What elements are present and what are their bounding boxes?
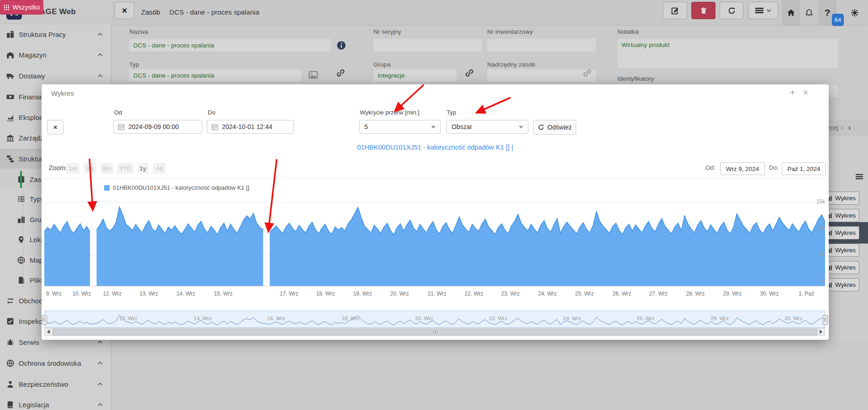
navigator-tick: 30. Wrz (784, 316, 802, 321)
zoom-preset-ytd[interactable]: YTD (117, 163, 133, 174)
modal-close-icon[interactable]: × (803, 88, 808, 97)
x-axis-tick: 1. Paź (799, 291, 814, 297)
navigator-chart[interactable] (44, 311, 825, 328)
wszystko-label: Wszystko (13, 4, 40, 11)
zoom-preset-all[interactable]: All (153, 163, 166, 174)
refresh-icon (538, 124, 544, 130)
x-axis-tick: 13. Wrz (139, 291, 158, 297)
modal-maximize-icon[interactable]: + (790, 88, 795, 97)
zoom-preset-1m[interactable]: 1m (67, 163, 79, 174)
navigator-tick: 20. Wrz (415, 316, 433, 321)
navigator-tick: 22. Wrz (489, 316, 507, 321)
range-od-input[interactable]: Wrz 9, 2024 (720, 162, 765, 175)
x-axis-tick: 12. Wrz (103, 291, 121, 297)
calendar-icon (211, 124, 218, 130)
x-axis-tick: 22. Wrz (464, 291, 483, 297)
typ-select-value: Obszar (452, 123, 472, 130)
scrollbar-thumb[interactable] (53, 329, 817, 336)
navigator-right-handle[interactable] (823, 315, 828, 325)
do-label: Do (208, 109, 216, 116)
scroll-left-button[interactable] (45, 328, 53, 335)
navigator-tick: 28. Wrz (710, 316, 728, 321)
calendar-icon (118, 124, 125, 130)
range-od-label: Od: (705, 164, 715, 171)
od-value: 2024-09-09 00:00 (128, 123, 179, 130)
scroll-right-button[interactable] (816, 328, 825, 335)
close-icon: × (53, 124, 57, 131)
x-axis-tick: 19. Wrz (353, 291, 372, 297)
series-link[interactable]: 01HBK00DU101XJ51 - kaloryczność odpadów … (42, 144, 829, 151)
chart-modal: Wykres + × × Wszystko Od 2024-09-09 00:0… (0, 0, 868, 410)
zoom-presets-label: Zoom: (49, 164, 67, 171)
y-axis-tick: 0 (805, 278, 825, 284)
x-axis-tick: 14. Wrz (176, 291, 195, 297)
range-do-label: Do: (769, 164, 779, 171)
x-axis-tick: 10. Wrz (72, 291, 91, 297)
od-datetime-input[interactable]: 2024-09-09 00:00 (113, 120, 202, 134)
x-axis-tick: 23. Wrz (501, 291, 520, 297)
typ-select-label: Typ (447, 109, 456, 116)
modal-title: Wykres (51, 89, 74, 97)
x-axis-tick: 28. Wrz (686, 291, 705, 297)
odswiez-button[interactable]: Odśwież (533, 120, 576, 135)
do-value: 2024-10-01 12:44 (222, 123, 273, 130)
x-axis-tick: 20. Wrz (390, 291, 409, 297)
navigator-tick: 16. Wrz (267, 316, 285, 321)
od-label: Od (114, 109, 122, 116)
navigator-tick: 14. Wrz (194, 316, 211, 321)
x-axis-tick: 17. Wrz (279, 291, 298, 297)
navigator-tick: 26. Wrz (637, 316, 654, 321)
x-axis-tick: 25. Wrz (575, 291, 594, 297)
chart-scrollbar[interactable] (44, 328, 825, 336)
x-axis-tick: 30. Wrz (760, 291, 779, 297)
x-axis-tick: 9. Wrz (46, 291, 62, 297)
odswiez-label: Odśwież (547, 124, 572, 131)
x-axis-tick: 15. Wrz (214, 291, 232, 297)
do-datetime-input[interactable]: 2024-10-01 12:44 (207, 120, 294, 134)
x-axis-tick: 21. Wrz (427, 291, 446, 297)
chevron-down-icon (519, 126, 523, 129)
navigator-tick: 24. Wrz (563, 316, 581, 321)
przerwy-select[interactable]: 5 (359, 120, 441, 134)
zoom-preset-6m[interactable]: 6m (100, 163, 113, 174)
typ-select[interactable]: Obszar (447, 120, 528, 134)
chevron-down-icon (431, 126, 436, 129)
grid-icon (4, 5, 10, 10)
x-axis-tick: 24. Wrz (538, 291, 557, 297)
y-axis-tick: 10k (805, 225, 825, 231)
zoom-preset-3m[interactable]: 3m (84, 163, 96, 174)
wszystko-button[interactable]: Wszystko (0, 0, 43, 15)
app-root: AMAGE Web Struktura PracyMagazynDostawyF… (0, 0, 868, 410)
zoom-preset-1y[interactable]: 1y (137, 163, 148, 174)
area-chart[interactable] (44, 178, 825, 286)
y-axis-tick: 15k (805, 198, 825, 205)
range-do-input[interactable]: Paź 1, 2024 (782, 162, 826, 175)
x-axis-tick: 27. Wrz (649, 291, 668, 297)
y-axis-tick: 5k (805, 251, 825, 258)
przerwy-label: Wykrycie przerw [min.] (360, 109, 420, 116)
przerwy-value: 5 (364, 123, 368, 130)
x-axis-tick: 18. Wrz (316, 291, 335, 297)
x-axis-tick: 26. Wrz (612, 291, 631, 297)
modal-clear-button[interactable]: × (47, 120, 63, 135)
navigator-tick: 18. Wrz (342, 316, 359, 321)
x-axis-tick: 29. Wrz (723, 291, 742, 297)
navigator-tick: 12. Wrz (119, 316, 137, 321)
navigator-left-handle[interactable] (42, 315, 47, 325)
